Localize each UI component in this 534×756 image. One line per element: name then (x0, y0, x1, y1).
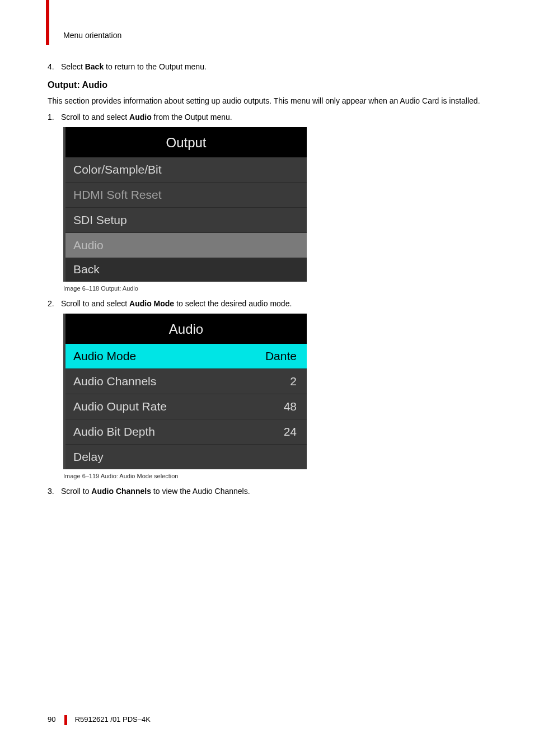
step-text-suffix: to return to the Output menu. (104, 62, 207, 71)
page-number: 90 (48, 715, 55, 724)
menu-item-label: Color/Sample/Bit (73, 163, 162, 176)
step-number: 4. (48, 62, 59, 72)
audio-menu-screenshot: Audio Audio Mode Dante Audio Channels 2 … (63, 314, 307, 469)
step-4: 4. Select Back to return to the Output m… (48, 62, 487, 72)
step-text-prefix: Scroll to (61, 487, 91, 496)
section-intro: This section provides information about … (48, 96, 487, 106)
step-text-bold: Audio (129, 113, 152, 122)
menu-item-label: Audio Channels (73, 375, 156, 388)
menu-item-label: Audio (73, 239, 104, 252)
menu-title: Audio (65, 314, 307, 344)
menu-item-audio-channels[interactable]: Audio Channels 2 (65, 368, 307, 394)
menu-item-hdmi-soft-reset[interactable]: HDMI Soft Reset (65, 182, 307, 207)
image-caption-1: Image 6–118 Output: Audio (63, 285, 487, 292)
step-text-suffix: to view the Audio Channels. (151, 487, 250, 496)
menu-item-label: Back (73, 263, 100, 276)
menu-item-label: HDMI Soft Reset (73, 188, 162, 202)
menu-item-label: Audio Ouput Rate (73, 400, 167, 413)
step-text-bold: Back (85, 62, 104, 71)
menu-item-audio-output-rate[interactable]: Audio Ouput Rate 48 (65, 394, 307, 419)
menu-item-label: Audio Bit Depth (73, 425, 155, 438)
menu-item-color-sample-bit[interactable]: Color/Sample/Bit (65, 157, 307, 182)
step-3: 3. Scroll to Audio Channels to view the … (48, 486, 487, 497)
step-text-suffix: to select the desired audio mode. (174, 299, 292, 308)
menu-item-audio[interactable]: Audio (65, 232, 307, 258)
menu-item-label: Delay (73, 450, 104, 464)
header-section-label: Menu orientation (63, 31, 121, 40)
menu-item-delay[interactable]: Delay (65, 444, 307, 469)
step-2: 2. Scroll to and select Audio Mode to se… (48, 298, 487, 309)
menu-item-value: 24 (284, 425, 297, 438)
step-1: 1. Scroll to and select Audio from the O… (48, 112, 487, 123)
menu-item-audio-mode[interactable]: Audio Mode Dante (65, 344, 307, 368)
step-text-prefix: Scroll to and select (61, 113, 129, 122)
step-text-prefix: Scroll to and select (61, 299, 129, 308)
image-caption-2: Image 6–119 Audio: Audio Mode selection (63, 473, 487, 479)
step-text-bold: Audio Channels (91, 487, 151, 496)
menu-item-value: 48 (284, 400, 297, 413)
footer-doc-id: R5912621 /01 PDS–4K (75, 715, 151, 724)
step-number: 3. (48, 486, 59, 497)
menu-item-audio-bit-depth[interactable]: Audio Bit Depth 24 (65, 419, 307, 444)
menu-item-sdi-setup[interactable]: SDI Setup (65, 207, 307, 232)
menu-item-value: Dante (265, 349, 297, 363)
step-text-bold: Audio Mode (129, 299, 174, 308)
section-heading: Output: Audio (48, 80, 487, 90)
step-text-suffix: from the Output menu. (152, 113, 232, 122)
menu-item-label: Audio Mode (73, 349, 136, 363)
footer-accent-bar (64, 715, 67, 725)
header-accent-bar (46, 0, 49, 45)
output-menu-screenshot: Output Color/Sample/Bit HDMI Soft Reset … (63, 127, 307, 282)
step-number: 2. (48, 298, 59, 309)
step-number: 1. (48, 112, 59, 123)
page-footer: 90 R5912621 /01 PDS–4K (48, 715, 151, 725)
menu-item-value: 2 (290, 375, 297, 388)
step-text-prefix: Select (61, 62, 85, 71)
menu-item-label: SDI Setup (73, 213, 127, 227)
menu-title: Output (65, 127, 307, 157)
menu-item-back[interactable]: Back (65, 258, 307, 282)
